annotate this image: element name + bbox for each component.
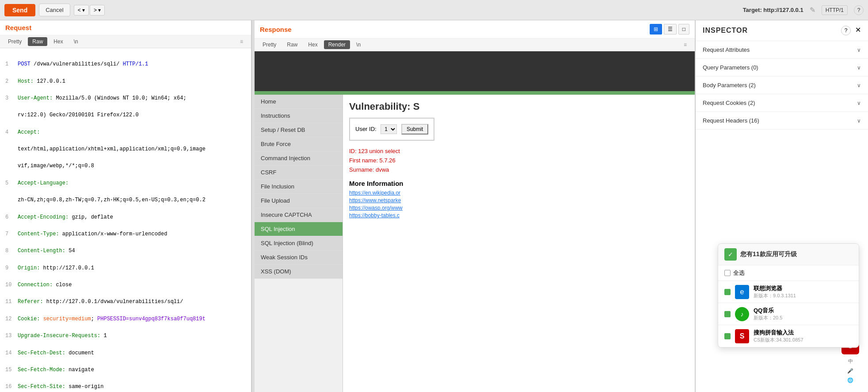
upgrade-item-qq[interactable]: ♪ QQ音乐 新版本：20.5 <box>718 303 859 325</box>
dvwa-menu-fileup[interactable]: File Upload <box>255 194 343 208</box>
back-button[interactable]: < ▾ <box>74 5 89 15</box>
dvwa-userid-label: User ID: <box>355 126 377 132</box>
view-toggles: ⊞ ☰ □ <box>650 24 689 35</box>
dvwa-vuln-title: Vulnerability: S <box>349 101 689 112</box>
input-toolbar-label2: 🎤 <box>847 368 853 374</box>
dvwa-menu-setup[interactable]: Setup / Reset DB <box>255 123 343 137</box>
dvwa-menu-instructions[interactable]: Instructions <box>255 109 343 123</box>
dvwa-link-4[interactable]: https://bobby-tables.c <box>349 212 689 219</box>
inspector-header-icons: ? ✕ <box>841 26 861 35</box>
response-content: Home Instructions Setup / Reset DB Brute… <box>255 51 695 392</box>
dvwa-menu-sqli[interactable]: SQL Injection <box>255 222 343 236</box>
inspector-header: INSPECTOR ? ✕ <box>696 20 868 41</box>
edit-icon[interactable]: ✎ <box>810 6 815 14</box>
dvwa-link-3[interactable]: https://owasp.org/www <box>349 205 689 211</box>
resp-tab-raw[interactable]: Raw <box>282 40 302 49</box>
inspector-section-cookies[interactable]: Request Cookies (2) ∨ <box>696 94 868 112</box>
browser-version: 新版本：9.0.3.1311 <box>754 292 853 299</box>
dvwa-submit-button[interactable]: Submit <box>401 124 428 135</box>
dvwa-result-surname: Surname: dvwa <box>349 165 689 175</box>
dvwa-more-info-title: More Information <box>349 180 689 187</box>
dvwa-links: https://en.wikipedia.or https://www.nets… <box>349 190 689 219</box>
dvwa-main: Vulnerability: S User ID: 1 Submit ID: 1… <box>343 95 695 392</box>
tab-raw[interactable]: Raw <box>28 37 47 46</box>
view-toggle-list[interactable]: ☰ <box>664 24 677 35</box>
upgrade-app-icon: ✓ <box>724 248 737 261</box>
upgrade-item-sogou[interactable]: S 搜狗拼音输入法 CS新版本:34.301.0857 <box>718 325 859 347</box>
dvwa-menu-cmd[interactable]: Command Injection <box>255 151 343 165</box>
qq-version: 新版本：20.5 <box>754 315 853 321</box>
inspector-chevron-cookies: ∨ <box>857 100 861 106</box>
dvwa-menu-sqli-blind[interactable]: SQL Injection (Blind) <box>255 236 343 250</box>
view-toggle-single[interactable]: □ <box>678 24 689 35</box>
inspector-chevron-body: ∨ <box>857 82 861 88</box>
sogou-version: CS新版本:34.301.0857 <box>754 337 853 343</box>
dvwa-menu-xss-dom[interactable]: XSS (DOM) <box>255 265 343 279</box>
dvwa-menu-csrf[interactable]: CSRF <box>255 165 343 180</box>
inspector-section-label-query: Query Parameters (0) <box>703 64 758 71</box>
resp-tab-render[interactable]: Render <box>324 40 350 49</box>
upgrade-checkbox-browser[interactable] <box>724 289 731 295</box>
toolbar-right: Target: http://127.0.0.1 ✎ HTTP/1 ? <box>743 5 864 15</box>
response-header-bar: Response ⊞ ☰ □ <box>255 20 695 38</box>
dvwa-link-2[interactable]: https://www.netsparke <box>349 197 689 204</box>
dvwa-menu-fileinc[interactable]: File Inclusion <box>255 180 343 194</box>
upgrade-checkbox-sogou[interactable] <box>724 333 731 339</box>
dvwa-body: Home Instructions Setup / Reset DB Brute… <box>255 95 695 392</box>
upgrade-item-info-sogou: 搜狗拼音输入法 CS新版本:34.301.0857 <box>754 329 853 343</box>
nav-buttons: < ▾ > ▾ <box>74 5 105 15</box>
upgrade-title: 您有11款应用可升级 <box>740 250 797 258</box>
inspector-section-body-params[interactable]: Body Parameters (2) ∨ <box>696 77 868 94</box>
resp-tab-menu[interactable]: ≡ <box>679 40 691 49</box>
qq-name: QQ音乐 <box>754 307 853 315</box>
dvwa-userid-select[interactable]: 1 <box>381 124 397 134</box>
inspector-section-headers[interactable]: Request Headers (16) ∨ <box>696 112 868 130</box>
tab-pretty[interactable]: Pretty <box>4 37 26 46</box>
inspector-section-request-attrs[interactable]: Request Attributes ∨ <box>696 41 868 59</box>
inspector-chevron-headers: ∨ <box>857 118 861 124</box>
tab-hex[interactable]: Hex <box>49 37 67 46</box>
inspector-close-icon[interactable]: ✕ <box>855 26 861 35</box>
response-title: Response <box>260 26 292 33</box>
resp-tab-newline[interactable]: \n <box>352 40 365 49</box>
dvwa-result-id: ID: 123 union select <box>349 147 689 156</box>
dvwa-link-1[interactable]: https://en.wikipedia.or <box>349 190 689 196</box>
upgrade-select-all-row[interactable]: 全选 <box>718 265 859 281</box>
dvwa-menu-captcha[interactable]: Insecure CAPTCHA <box>255 208 343 222</box>
inspector-chevron-query: ∨ <box>857 65 861 71</box>
inspector-section-label-cookies: Request Cookies (2) <box>703 100 755 106</box>
response-tab-bar: Pretty Raw Hex Render \n ≡ <box>255 38 695 51</box>
http-badge[interactable]: HTTP/1 <box>822 5 848 15</box>
response-panel: Response ⊞ ☰ □ Pretty Raw Hex Render \n … <box>255 20 696 392</box>
sogou-upgrade-icon: S <box>735 329 749 343</box>
sogou-name: 搜狗拼音输入法 <box>754 329 853 337</box>
select-all-checkbox[interactable] <box>724 270 731 276</box>
tab-newline[interactable]: \n <box>69 37 83 46</box>
forward-button[interactable]: > ▾ <box>90 5 105 15</box>
upgrade-checkbox-qq[interactable] <box>724 311 731 317</box>
input-toolbar-label3: 🌐 <box>847 377 853 383</box>
resp-tab-pretty[interactable]: Pretty <box>258 40 281 49</box>
cancel-button[interactable]: Cancel <box>39 4 70 16</box>
dvwa-sidebar: Home Instructions Setup / Reset DB Brute… <box>255 95 343 392</box>
resp-tab-hex[interactable]: Hex <box>304 40 322 49</box>
dvwa-menu-brute[interactable]: Brute Force <box>255 137 343 151</box>
view-toggle-split[interactable]: ⊞ <box>650 24 662 35</box>
upgrade-item-browser[interactable]: e 联想浏览器 新版本：9.0.3.1311 <box>718 281 859 303</box>
dvwa-menu-home[interactable]: Home <box>255 95 343 109</box>
help-icon[interactable]: ? <box>854 5 864 15</box>
tab-menu[interactable]: ≡ <box>236 37 247 46</box>
toolbar: Send Cancel < ▾ > ▾ Target: http://127.0… <box>0 0 868 20</box>
code-area[interactable]: 1POST /dvwa/vulnerabilities/sqli/ HTTP/1… <box>0 48 251 392</box>
qq-icon: ♪ <box>735 307 749 321</box>
target-label: Target: http://127.0.0.1 <box>743 7 803 13</box>
send-button[interactable]: Send <box>4 4 35 16</box>
inspector-section-query-params[interactable]: Query Parameters (0) ∨ <box>696 59 868 77</box>
inspector-help-icon[interactable]: ? <box>841 26 851 35</box>
dvwa-menu-weak-session[interactable]: Weak Session IDs <box>255 250 343 265</box>
browser-name: 联想浏览器 <box>754 284 853 292</box>
upgrade-item-info-browser: 联想浏览器 新版本：9.0.3.1311 <box>754 284 853 299</box>
inspector-section-label-headers: Request Headers (16) <box>703 117 759 124</box>
dvwa-header <box>255 51 695 91</box>
inspector-title: INSPECTOR <box>703 27 748 35</box>
